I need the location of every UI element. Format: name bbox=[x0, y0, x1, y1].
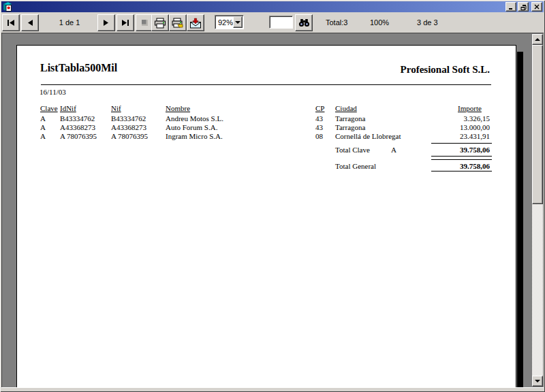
close-icon bbox=[534, 4, 540, 10]
scrollbar-thumb[interactable] bbox=[532, 45, 543, 204]
report-date: 16/11/03 bbox=[40, 88, 66, 96]
cell-cp: 43 bbox=[315, 114, 323, 122]
cell-nif: A43368273 bbox=[111, 123, 146, 131]
search-input[interactable] bbox=[269, 16, 293, 29]
print-setup-button[interactable] bbox=[169, 14, 187, 31]
cell-importe: 3.326,15 bbox=[464, 114, 490, 122]
status-record-position: 3 de 3 bbox=[417, 18, 438, 27]
next-page-icon bbox=[102, 19, 110, 27]
stop-icon bbox=[142, 20, 148, 26]
column-header-ciudad: Ciudad bbox=[335, 104, 357, 112]
preview-pane: ListTabla500Mil Profesional Soft S.L. 16… bbox=[1, 33, 544, 387]
first-page-icon bbox=[7, 19, 15, 27]
cell-clave: A bbox=[40, 132, 46, 140]
chevron-down-icon bbox=[235, 21, 240, 24]
cell-cp: 43 bbox=[315, 123, 323, 131]
report-page: ListTabla500Mil Profesional Soft S.L. 16… bbox=[16, 45, 516, 387]
titlebar[interactable] bbox=[1, 1, 544, 12]
zoom-select[interactable]: 92% bbox=[215, 15, 244, 29]
total-clave-label: Total Clave bbox=[335, 146, 370, 154]
chevron-down-icon bbox=[535, 380, 540, 382]
close-button[interactable] bbox=[531, 2, 542, 12]
find-button[interactable] bbox=[295, 14, 313, 31]
last-page-button[interactable] bbox=[116, 14, 134, 31]
cell-nombre: Auto Forum S.A. bbox=[166, 123, 217, 131]
restore-icon bbox=[520, 4, 527, 10]
printer-setup-icon bbox=[172, 18, 184, 29]
column-header-nombre: Nombre bbox=[166, 104, 190, 112]
total-general-label: Total General bbox=[335, 162, 376, 170]
status-load-percent: 100% bbox=[370, 18, 389, 27]
toolbar: 1 de 1 bbox=[1, 12, 544, 33]
printer-icon bbox=[154, 18, 166, 29]
last-page-icon bbox=[121, 19, 129, 27]
cell-nombre: Andreu Motos S.L. bbox=[166, 114, 223, 122]
cell-ciudad: Tarragona bbox=[335, 114, 365, 122]
scroll-down-button[interactable] bbox=[532, 376, 543, 387]
export-icon bbox=[189, 18, 202, 29]
cell-ciudad: Cornellá de Llobregat bbox=[335, 132, 401, 140]
cell-ciudad: Tarragona bbox=[335, 123, 365, 131]
cell-clave: A bbox=[40, 123, 46, 131]
total-general-amount: 39.758,06 bbox=[460, 162, 490, 170]
minimize-button[interactable] bbox=[505, 2, 516, 12]
print-button[interactable] bbox=[151, 14, 169, 31]
cell-cp: 08 bbox=[315, 132, 323, 140]
zoom-select-dropdown-button[interactable] bbox=[233, 16, 243, 28]
page-shadow bbox=[517, 52, 523, 387]
window-bottom-border bbox=[1, 387, 544, 391]
total-general-rule-bottom bbox=[431, 171, 492, 172]
cell-clave: A bbox=[40, 114, 46, 122]
column-header-cp: CP bbox=[315, 104, 324, 112]
app-icon bbox=[2, 1, 13, 12]
chevron-up-icon bbox=[535, 38, 540, 41]
cell-importe: 13.000,00 bbox=[460, 123, 490, 131]
total-general-rule-top bbox=[431, 159, 492, 160]
cell-nif: B43334762 bbox=[111, 114, 146, 122]
total-clave-group: A bbox=[391, 146, 396, 154]
binoculars-icon bbox=[298, 18, 310, 27]
minimize-icon bbox=[508, 5, 514, 10]
status-total-records: Total:3 bbox=[326, 18, 347, 27]
first-page-button[interactable] bbox=[2, 14, 20, 31]
total-clave-amount: 39.758,06 bbox=[460, 146, 490, 154]
header-rule bbox=[41, 84, 491, 85]
page-counter: 1 de 1 bbox=[42, 18, 97, 27]
previous-page-button[interactable] bbox=[21, 14, 39, 31]
column-header-nif: Nif bbox=[111, 104, 121, 112]
vertical-scrollbar[interactable] bbox=[532, 34, 543, 387]
cell-idnif: A43368273 bbox=[60, 123, 95, 131]
column-header-importe: Importe bbox=[458, 104, 482, 112]
zoom-select-value: 92% bbox=[215, 18, 233, 27]
report-company: Profesional Soft S.L. bbox=[401, 64, 490, 76]
report-title: ListTabla500Mil bbox=[40, 62, 117, 74]
subtotal-rule bbox=[431, 143, 492, 144]
scroll-up-button[interactable] bbox=[532, 34, 543, 45]
column-header-clave: Clave bbox=[40, 104, 58, 112]
cell-nombre: Ingram Micro S.A. bbox=[166, 132, 223, 140]
total-clave-rule bbox=[431, 156, 492, 157]
export-button[interactable] bbox=[187, 14, 204, 31]
cell-idnif: B43334762 bbox=[60, 114, 95, 122]
report-preview-window: 1 de 1 bbox=[0, 0, 545, 392]
cell-importe: 23.431,91 bbox=[460, 132, 490, 140]
column-header-idnif: IdNif bbox=[60, 104, 76, 112]
next-page-button[interactable] bbox=[97, 14, 115, 31]
cell-idnif: A 78076395 bbox=[60, 132, 97, 140]
cell-nif: A 78076395 bbox=[111, 132, 148, 140]
previous-page-icon bbox=[26, 19, 34, 27]
restore-button[interactable] bbox=[518, 2, 529, 12]
